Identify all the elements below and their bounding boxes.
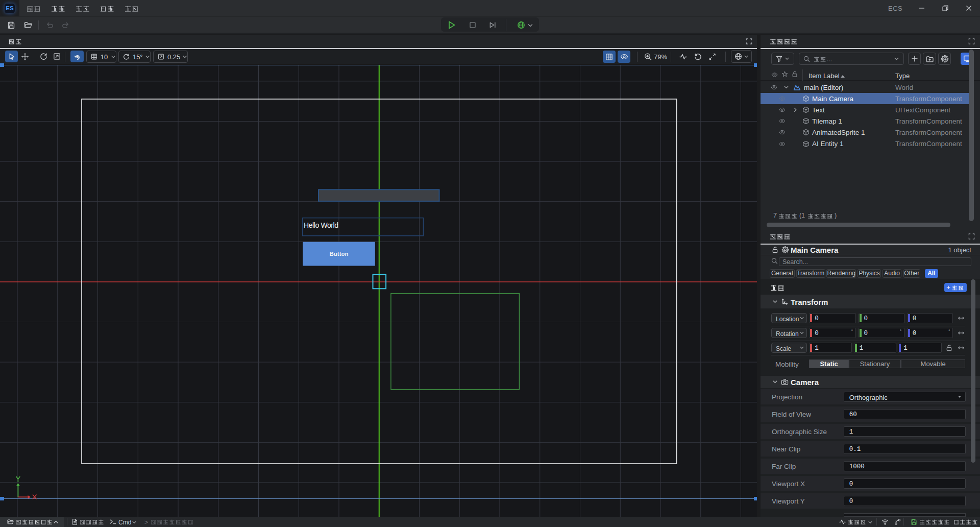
svg-text:Hello World: Hello World [304,221,338,229]
svg-text:Button: Button [329,251,348,257]
